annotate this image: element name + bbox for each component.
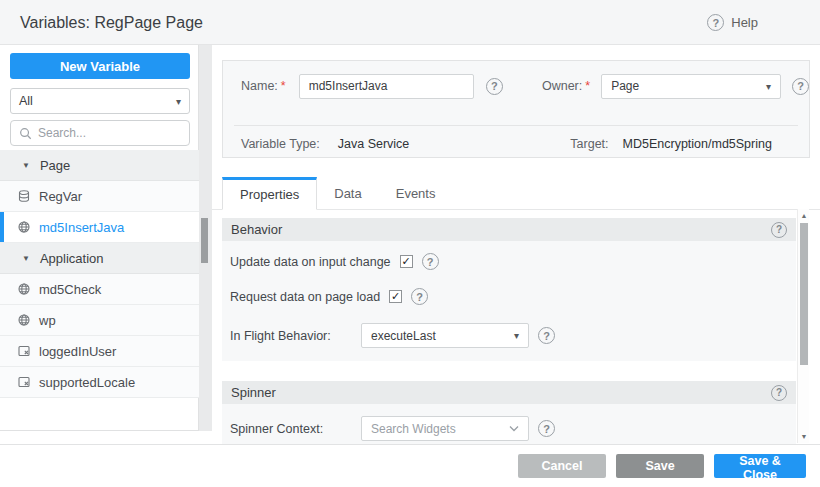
group-header-page[interactable]: ▼ Page bbox=[0, 150, 199, 181]
prop-label: Update data on input change bbox=[230, 255, 391, 269]
static-variable-icon bbox=[17, 189, 31, 203]
section-header-spinner: Spinner ? bbox=[222, 381, 796, 404]
spinner-context-help-icon[interactable]: ? bbox=[538, 420, 555, 437]
collapse-triangle-icon: ▼ bbox=[22, 161, 30, 170]
variable-item-regvar[interactable]: RegVar bbox=[0, 181, 199, 212]
dialog-footer: Cancel Save Save & Close bbox=[0, 444, 820, 487]
help-label: Help bbox=[731, 15, 758, 30]
spinner-help-icon[interactable]: ? bbox=[771, 385, 787, 401]
prop-label: Request data on page load bbox=[230, 290, 380, 304]
section-title: Spinner bbox=[231, 385, 276, 400]
content-scrollbar[interactable]: ▲ ▼ bbox=[797, 209, 809, 443]
tab-label: Data bbox=[334, 186, 361, 201]
prop-label: Spinner Context: bbox=[230, 422, 352, 436]
chevron-down-icon: ▾ bbox=[766, 81, 771, 92]
page-title: Variables: RegPage Page bbox=[20, 0, 203, 45]
in-flight-behavior-select[interactable]: executeLast ▾ bbox=[361, 323, 529, 348]
cancel-button[interactable]: Cancel bbox=[518, 454, 606, 478]
detail-tabs: Properties Data Events bbox=[212, 176, 820, 210]
variable-type-label: Variable Type: bbox=[241, 137, 320, 151]
form-divider bbox=[234, 125, 798, 126]
variable-item-label: wp bbox=[39, 313, 56, 328]
variable-item-label: RegVar bbox=[39, 189, 82, 204]
variable-item-label: md5InsertJava bbox=[39, 220, 124, 235]
owner-label: Owner: bbox=[542, 79, 582, 93]
tab-properties[interactable]: Properties bbox=[222, 177, 317, 210]
sidebar-scrollbar-thumb[interactable] bbox=[201, 218, 208, 263]
title-bar: Variables: RegPage Page ? Help bbox=[0, 0, 820, 45]
scroll-up-icon[interactable]: ▲ bbox=[798, 212, 810, 219]
spinner-context-select[interactable]: Search Widgets bbox=[361, 416, 529, 441]
variables-dialog: Variables: RegPage Page ? Help New Varia… bbox=[0, 0, 820, 487]
chevron-down-icon: ▾ bbox=[176, 96, 181, 107]
prop-label: In Flight Behavior: bbox=[230, 329, 352, 343]
search-input[interactable] bbox=[38, 126, 168, 140]
request-data-checkbox[interactable] bbox=[389, 290, 402, 303]
variables-sidebar: New Variable All ▾ ▼ Page bbox=[0, 45, 199, 431]
section-body-spinner: Spinner Context: Search Widgets ? bbox=[222, 404, 796, 444]
variable-filter-select[interactable]: All ▾ bbox=[10, 88, 190, 114]
tab-label: Events bbox=[396, 186, 436, 201]
owner-help-icon[interactable]: ? bbox=[792, 78, 809, 95]
group-label: Application bbox=[40, 251, 104, 266]
variable-list: ▼ Page RegVar md5InsertJava bbox=[0, 150, 199, 398]
variable-item-wp[interactable]: wp bbox=[0, 305, 199, 336]
search-icon bbox=[19, 127, 32, 140]
section-title: Behavior bbox=[231, 222, 282, 237]
section-header-behavior: Behavior ? bbox=[222, 218, 796, 241]
prop-row-update-data: Update data on input change ? bbox=[222, 244, 796, 279]
model-variable-icon bbox=[17, 344, 31, 358]
name-field[interactable] bbox=[299, 74, 474, 99]
group-header-application[interactable]: ▼ Application bbox=[0, 243, 199, 274]
owner-selected-value: Page bbox=[611, 79, 639, 93]
tab-data[interactable]: Data bbox=[317, 177, 378, 210]
required-marker: * bbox=[585, 79, 590, 93]
variable-summary-box: Name: * ? Owner: * Page ▾ ? Variable Typ… bbox=[222, 60, 810, 158]
variable-item-label: md5Check bbox=[39, 282, 101, 297]
behavior-help-icon[interactable]: ? bbox=[771, 222, 787, 238]
section-body-behavior: Update data on input change ? Request da… bbox=[222, 241, 796, 361]
save-button[interactable]: Save bbox=[616, 454, 704, 478]
name-help-icon[interactable]: ? bbox=[486, 78, 503, 95]
service-variable-icon bbox=[17, 282, 31, 296]
variable-item-supportedlocale[interactable]: supportedLocale bbox=[0, 367, 199, 398]
content-scrollbar-thumb[interactable] bbox=[800, 223, 808, 365]
request-data-help-icon[interactable]: ? bbox=[411, 288, 428, 305]
chevron-down-icon: ▾ bbox=[514, 330, 519, 341]
model-variable-icon bbox=[17, 375, 31, 389]
variable-detail-panel: Name: * ? Owner: * Page ▾ ? Variable Typ… bbox=[212, 45, 820, 444]
in-flight-selected-value: executeLast bbox=[371, 329, 436, 343]
help-circle-icon: ? bbox=[707, 14, 724, 31]
in-flight-help-icon[interactable]: ? bbox=[538, 327, 555, 344]
variable-item-md5check[interactable]: md5Check bbox=[0, 274, 199, 305]
service-variable-icon bbox=[17, 220, 31, 234]
section-gap bbox=[222, 361, 796, 381]
owner-select[interactable]: Page ▾ bbox=[601, 74, 781, 99]
name-owner-row: Name: * ? Owner: * Page ▾ ? bbox=[223, 73, 809, 99]
scroll-down-icon[interactable]: ▼ bbox=[798, 433, 810, 440]
save-and-close-button[interactable]: Save & Close bbox=[714, 454, 806, 478]
prop-row-spinner-context: Spinner Context: Search Widgets ? bbox=[222, 407, 796, 444]
properties-content: Behavior ? Update data on input change ?… bbox=[222, 218, 796, 444]
target-label: Target: bbox=[570, 137, 608, 151]
variable-search[interactable] bbox=[10, 120, 190, 146]
new-variable-button[interactable]: New Variable bbox=[10, 53, 190, 79]
tab-label: Properties bbox=[240, 187, 299, 202]
update-data-checkbox[interactable] bbox=[400, 255, 413, 268]
sidebar-scrollbar[interactable] bbox=[199, 45, 212, 431]
variable-item-md5insertjava[interactable]: md5InsertJava bbox=[0, 212, 199, 243]
help-button[interactable]: ? Help bbox=[707, 0, 758, 45]
prop-row-request-data: Request data on page load ? bbox=[222, 279, 796, 314]
variable-item-label: supportedLocale bbox=[39, 375, 135, 390]
tab-events[interactable]: Events bbox=[379, 177, 453, 210]
collapse-triangle-icon: ▼ bbox=[22, 254, 30, 263]
update-data-help-icon[interactable]: ? bbox=[422, 253, 439, 270]
name-label: Name: bbox=[241, 79, 278, 93]
chevron-down-icon bbox=[509, 425, 519, 432]
spinner-context-placeholder: Search Widgets bbox=[371, 422, 456, 436]
target-value: MD5Encryption/md5Spring bbox=[623, 137, 772, 151]
type-target-row: Variable Type: Java Service Target: MD5E… bbox=[223, 135, 809, 153]
variable-type-value: Java Service bbox=[338, 137, 410, 151]
filter-selected-value: All bbox=[19, 94, 33, 108]
variable-item-loggedinuser[interactable]: loggedInUser bbox=[0, 336, 199, 367]
